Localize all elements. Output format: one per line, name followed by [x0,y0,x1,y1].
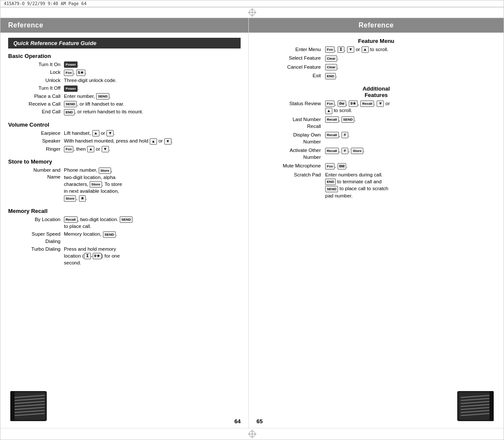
key-recall-last: Recall [325,116,339,123]
key-end-scratch: END [325,179,336,185]
reg-mark-top [0,7,504,18]
label-select-feature: Select Feature [257,55,325,61]
right-page-number: 65 [257,418,263,425]
category-title-basic: Basic Operation [8,53,241,59]
key-up-menu: ▲ [362,46,369,53]
item-value-byloc: Recall, two-digit location. SEND to plac… [64,216,241,230]
key-fcn-status: Fcn [325,100,335,107]
item-select-feature: Select Feature Clear. [257,55,496,61]
key-up-earpiece: ▲ [92,130,100,137]
label-scratch-pad: Scratch Pad [257,171,325,199]
item-super-speed: Super SpeedDialing Memory location, SEND… [8,231,241,244]
key-6m: 6M [338,163,347,170]
item-receive-call: Receive a Call SEND, or lift handset to … [8,100,241,107]
left-section-header: Reference [0,18,248,33]
key-fcn-lock: Fcn [64,70,73,76]
print-info-text: 415A79-O 9/22/99 9:40 AM Page 64 [4,1,87,6]
item-value-lock: Fcn, 5★. [64,69,241,76]
book-svg-right [453,389,496,423]
item-label-earpiece: Earpiece [8,130,64,137]
item-place-call: Place a Call Enter number, SEND. [8,93,241,100]
book-icon-left [8,389,51,425]
right-section-header: Reference [249,18,504,33]
value-activate-other: Recall, #, Store. [325,147,496,161]
right-section-content: Feature Menu Enter Menu Fcn, 1̄. ▼ or ▲ … [249,33,504,209]
item-value-earpiece: Lift handset, ▲ or ▼. [64,130,241,137]
key-9star: 9★ [93,253,102,259]
key-hash-own: # [341,132,348,138]
left-header-title: Reference [8,21,43,29]
item-mute-mic: Mute Microphone Fcn, 6M. [257,162,496,169]
item-status-review: Status Review Fcn, 0w, 9★, Recall. ▼ or … [257,100,496,114]
crosshair-top-icon [248,8,257,17]
item-value-superspeed: Memory location, SEND. [64,231,241,244]
category-memory-recall: Memory Recall By Location Recall, two-di… [8,208,241,266]
key-fcn-menu: Fcn [325,46,335,53]
label-exit: Exit [257,72,325,79]
item-unlock: Unlock Three-digit unlock code. [8,77,241,84]
item-label-place-call: Place a Call [8,93,64,100]
item-by-location: By Location Recall, two-digit location. … [8,216,241,230]
item-end-call: End Call END, or return handset to its m… [8,108,241,115]
svg-rect-22 [489,391,494,421]
right-header-title: Reference [359,21,394,29]
reg-mark-bottom [0,428,504,440]
item-enter-menu: Enter Menu Fcn, 1̄. ▼ or ▲ to scroll. [257,46,496,53]
item-value-end: END, or return handset to its mount. [64,108,241,115]
key-clear-select: Clear [325,55,337,62]
label-activate-other: Activate OtherNumber [257,147,325,161]
category-title-store: Store to Memory [8,158,241,165]
item-label-turbo: Turbo Dialing [8,246,64,267]
item-scratch-pad: Scratch Pad Enter numbers during call. E… [257,171,496,199]
value-mute-mic: Fcn, 6M. [325,162,496,169]
item-label-speaker: Speaker [8,137,64,144]
key-end-call: END [64,109,75,115]
key-power: Power [64,61,78,68]
book-icon-right [453,389,496,425]
category-feature-menu: Feature Menu Enter Menu Fcn, 1̄. ▼ or ▲ … [257,38,496,79]
value-select-feature: Clear. [325,55,496,61]
key-down-status: ▼ [377,100,384,107]
key-end-exit: END [325,73,336,79]
key-down-earpiece: ▼ [106,130,114,137]
item-label-superspeed: Super SpeedDialing [8,231,64,244]
label-last-number: Last NumberRecall [257,116,325,130]
category-title-memory: Memory Recall [8,208,241,214]
key-fcn-mute: Fcn [325,163,335,170]
item-label-end: End Call [8,108,64,115]
key-store-other: Store [351,148,363,154]
key-up-speaker: ▲ [150,138,157,145]
item-label-receive: Receive a Call [8,100,64,107]
key-down-speaker: ▼ [164,138,172,145]
left-bottom: 64 [0,385,248,428]
key-hash-other: # [341,148,348,154]
key-recall-status: Recall [360,100,374,107]
item-exit: Exit END. [257,72,496,79]
value-cancel-feature: Clear. [325,64,496,70]
item-value-speaker: With handset mounted, press and hold ▲ o… [64,137,241,144]
category-additional: AdditionalFeatures Status Review Fcn, 0w… [257,85,496,199]
key-1bar-menu: 1̄ [338,46,344,53]
category-basic-operation: Basic Operation Turn It On Power. Lock F… [8,53,241,115]
value-exit: END. [325,72,496,79]
item-number-name: Number andName Phone number, Store, two-… [8,167,241,202]
item-label-turn-off: Turn It Off [8,85,64,91]
key-send-speed: SEND [103,231,116,238]
item-label-numname: Number andName [8,167,64,202]
item-label-unlock: Unlock [8,77,64,84]
content-columns: Reference Quick Reference Feature Guide … [0,18,504,428]
print-info-bar: 415A79-O 9/22/99 9:40 AM Page 64 [0,0,504,7]
svg-rect-12 [10,391,15,421]
label-mute-mic: Mute Microphone [257,162,325,169]
key-send-last: SEND [341,116,354,123]
key-recall-own: Recall [325,132,339,138]
key-recall-other: Recall [325,148,339,154]
right-column: Reference Feature Menu Enter Menu Fcn, 1… [249,18,504,428]
key-send-scratch: SEND [325,186,338,192]
book-svg-left [8,389,51,423]
value-last-number: Recall, SEND. [325,116,496,130]
key-up-ringer: ▲ [87,146,94,152]
label-cancel-feature: Cancel Feature [257,64,325,70]
category-store-memory: Store to Memory Number andName Phone num… [8,158,241,202]
qr-title: Quick Reference Feature Guide [8,38,241,49]
